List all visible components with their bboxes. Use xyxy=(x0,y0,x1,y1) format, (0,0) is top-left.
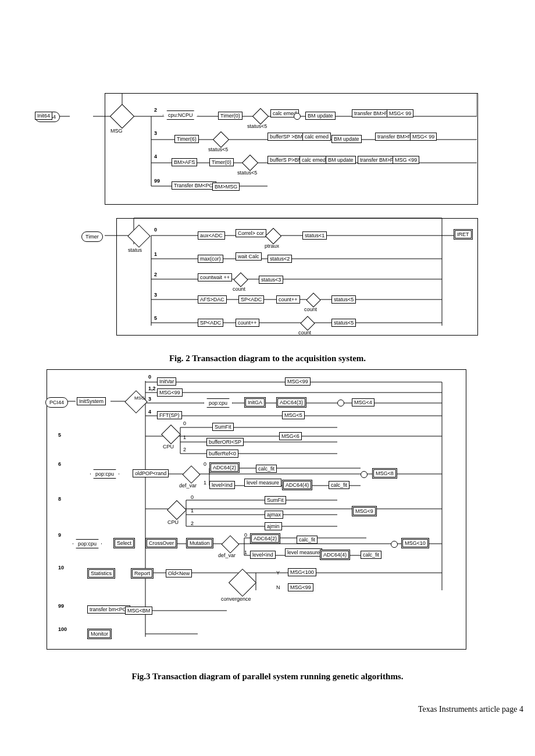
page-footer: Texas Instruments article page 4 xyxy=(12,705,523,714)
msg5: MSG<5 xyxy=(282,411,305,419)
dv-b0: 0 xyxy=(204,461,206,467)
branch-2: 2 xyxy=(154,107,157,113)
level-measure-a: level measure xyxy=(244,479,281,487)
bufferori: bufferORI<SP xyxy=(206,438,244,446)
initvar: InitVar xyxy=(157,377,176,386)
y-label: Y xyxy=(276,570,280,576)
f3-b4: 4 xyxy=(148,409,151,415)
timer6: Timer(6) xyxy=(174,135,199,143)
join9 xyxy=(391,541,398,548)
cpu-b: CPU xyxy=(167,519,179,525)
correl-cor: Correl> cor xyxy=(236,229,266,237)
count-b: count xyxy=(304,306,317,312)
level-ind-b: level<ind xyxy=(250,551,276,559)
cpub-2: 2 xyxy=(191,520,194,526)
iret: IRET xyxy=(454,229,473,240)
msg99-c: MSG <99 xyxy=(393,156,419,164)
f3-b5: 5 xyxy=(58,432,61,438)
mutation: Mutation xyxy=(186,538,213,548)
msg-label: MSG xyxy=(110,128,123,134)
old-new: Old<New xyxy=(166,569,192,577)
cpu-b2: 2 xyxy=(183,447,186,452)
ajmax: ajmax xyxy=(265,511,283,519)
calc-emed-b: calc emed xyxy=(302,133,331,141)
cpu-b0: 0 xyxy=(183,420,186,426)
fig2-caption: Fig. 2 Transaction diagram to the acquis… xyxy=(12,354,523,363)
calc-fit-d: calc_fit xyxy=(361,551,381,559)
bm-msg: BM>MSG xyxy=(212,183,240,191)
bm-afs: BM>AFS xyxy=(172,158,197,166)
crossover: CrossOver xyxy=(145,538,177,548)
countpp-b: count++ xyxy=(236,319,259,327)
msg10: MSG<10 xyxy=(401,538,429,548)
max-cor: max(cor) xyxy=(198,255,223,263)
b1: 1 xyxy=(154,251,157,257)
cpu-a: CPU xyxy=(163,444,174,450)
adc64-3: ADC64(3) xyxy=(276,397,306,408)
initsystem: InitSystem xyxy=(77,397,106,405)
countpp-a: count++ xyxy=(276,295,300,304)
join6 xyxy=(361,471,368,478)
wait-calc: wait Calc xyxy=(236,252,262,261)
msg99-b: MSG< 99 xyxy=(410,133,437,141)
pci44: PCI44 xyxy=(45,397,68,408)
msg99-n: MSG<99 xyxy=(288,583,313,591)
sp-adc-a: SP<ADC xyxy=(238,295,264,304)
fig3-caption: Fig.3 Transaction diagram of parallel sy… xyxy=(12,672,523,682)
ajmin: ajmin xyxy=(265,522,282,530)
dvb-0: 0 xyxy=(244,532,247,538)
status-label: status xyxy=(128,247,142,253)
cpub-0: 0 xyxy=(191,494,194,500)
pop-cpu-c: pop:cpu xyxy=(73,539,102,548)
sumfit-a: SumFit xyxy=(212,423,234,431)
f3-b99: 99 xyxy=(58,603,64,609)
dvb-1: 1 xyxy=(244,550,247,555)
pop-cpu-b: pop:cpu xyxy=(90,469,119,479)
status1: status<1 xyxy=(302,231,327,240)
level-ind-a: level<ind xyxy=(209,481,235,489)
f3-b9: 9 xyxy=(58,532,61,538)
branch-3: 3 xyxy=(154,130,157,136)
transfer-bm-pci3: transfer bm<PCI xyxy=(87,605,130,614)
pop-cpu-a: pop:cpu xyxy=(204,398,233,408)
branch-4: 4 xyxy=(154,154,157,159)
bm-update-a: BM update xyxy=(305,112,336,120)
status5-b: status<5 xyxy=(208,147,228,152)
msg99-a: MSG< 99 xyxy=(387,109,413,117)
status3: status<3 xyxy=(259,276,283,284)
fig3-diagram: PCI44 InitSystem MSG 0 InitVar MSG<99 1,… xyxy=(35,369,477,648)
defvar-a: def_var xyxy=(179,483,197,488)
timer-node: Timer xyxy=(81,231,103,242)
adc64-4-a: ADC64(4) xyxy=(282,480,312,490)
status5-e: status<5 xyxy=(331,319,356,327)
bm-update-c: BM update xyxy=(326,156,356,164)
f3-b12: 1,2 xyxy=(148,386,156,391)
status2: status<2 xyxy=(268,255,292,263)
fig2-diagram: ADC64 Init64 MSG 2 cpu:NCPU Timer(0) sta… xyxy=(35,93,477,343)
b3: 3 xyxy=(154,292,157,298)
sp-adc-b: SP<ADC xyxy=(198,319,223,327)
msg9: MSG<9 xyxy=(352,506,377,516)
b0: 0 xyxy=(154,227,157,233)
level-measure-b: level measure xyxy=(285,548,322,557)
init64-node: Init64 xyxy=(35,112,52,120)
cpub-1: 1 xyxy=(191,508,194,513)
status5-c: status<5 xyxy=(237,170,257,176)
cpu-ncpu: cpu:NCPU xyxy=(163,110,198,120)
calc-fit-a: calc_fit xyxy=(256,465,277,473)
adc64-2-b: ADC64(2) xyxy=(250,533,280,544)
msg8: MSG<8 xyxy=(372,468,397,479)
f3-b8: 8 xyxy=(58,496,61,502)
initga: InitGA xyxy=(244,397,266,408)
monitor: Monitor xyxy=(87,629,112,639)
oldpop-rand: oldPOP<rand xyxy=(133,469,169,477)
status5-a: status<5 xyxy=(247,123,267,129)
statistics: Statistics xyxy=(87,568,115,579)
calc-emed-c: calc emed xyxy=(299,156,328,164)
msg100: MSG<100 xyxy=(288,568,316,576)
afs-dac: AFS>DAC xyxy=(198,295,227,304)
status5-d: status<5 xyxy=(331,295,356,304)
sumfit-b: SumFit xyxy=(265,496,286,504)
f3-b6: 6 xyxy=(58,461,61,467)
f3-b0: 0 xyxy=(148,374,151,380)
